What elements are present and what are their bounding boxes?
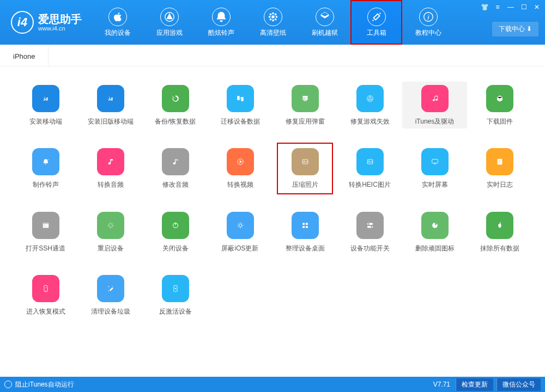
svg-point-2 <box>272 12 274 14</box>
tool-15[interactable]: 实时日志 <box>467 145 532 192</box>
svg-point-6 <box>269 13 271 15</box>
tool-19[interactable]: 屏蔽iOS更新 <box>208 209 272 255</box>
tool-17[interactable]: 重启设备 <box>78 209 143 255</box>
tool-10[interactable]: 修改音频 <box>143 145 208 192</box>
tool-label: 屏蔽iOS更新 <box>221 244 258 252</box>
nav-label: 教程中心 <box>415 28 441 38</box>
svg-point-9 <box>274 18 276 20</box>
tool-26[interactable]: 反激活设备 <box>143 272 208 318</box>
nav-label: 工具箱 <box>367 28 386 38</box>
nav-apps[interactable]: 应用游戏 <box>143 0 195 45</box>
tool-23[interactable]: 抹除所有数据 <box>467 209 532 255</box>
screen-icon <box>421 148 449 175</box>
tool-18[interactable]: 关闭设备 <box>143 209 208 255</box>
tool-label: 设备功能开关 <box>350 244 390 252</box>
tool-11[interactable]: 转换视频 <box>208 145 272 192</box>
tool-16[interactable]: >_打开SSH通道 <box>13 209 78 255</box>
status-text: 阻止iTunes自动运行 <box>15 380 74 389</box>
svg-line-46 <box>108 223 110 224</box>
svg-text:i4: i4 <box>43 96 48 102</box>
svg-rect-33 <box>432 160 438 163</box>
tool-4[interactable]: Apple ID修复应用弹窗 <box>272 82 337 128</box>
nav-flash[interactable]: 刷机越狱 <box>299 0 350 45</box>
tool-3[interactable]: 迁移设备数据 <box>208 82 272 128</box>
tool-20[interactable]: 整理设备桌面 <box>272 209 337 255</box>
tool-14[interactable]: 实时屏幕 <box>402 145 467 192</box>
svg-point-30 <box>304 161 305 162</box>
svg-text:Apple ID: Apple ID <box>302 97 309 99</box>
cube-icon <box>486 85 513 112</box>
svg-rect-35 <box>497 159 502 165</box>
svg-line-47 <box>111 226 112 228</box>
tool-label: 抹除所有数据 <box>480 244 519 252</box>
note-edit-icon <box>162 148 189 175</box>
nav-label: 我的设备 <box>105 28 131 38</box>
app-url: www.i4.cn <box>38 25 82 32</box>
download-center-button[interactable]: 下载中心 ⬇ <box>492 22 538 36</box>
nav-ringtones[interactable]: 酷炫铃声 <box>195 0 247 45</box>
nav-device[interactable]: 我的设备 <box>92 0 143 45</box>
tool-label: 反激活设备 <box>159 308 192 315</box>
tool-5[interactable]: 修复游戏失效 <box>337 82 402 128</box>
minimize-button[interactable]: — <box>507 3 514 11</box>
toggle-icon <box>356 212 384 239</box>
tool-22[interactable]: 删除顽固图标 <box>402 209 467 255</box>
transfer-icon <box>227 85 254 112</box>
tab-iphone[interactable]: iPhone <box>0 46 49 66</box>
window-controls: 👕 ≡ — ☐ ✕ <box>481 3 541 11</box>
tool-24[interactable]: 进入恢复模式 <box>13 272 78 318</box>
nav-label: 高清壁纸 <box>260 28 286 38</box>
tool-21[interactable]: 设备功能开关 <box>337 209 402 255</box>
svg-rect-63 <box>302 226 305 228</box>
toolbox-icon <box>367 8 386 26</box>
tool-0[interactable]: i4安装移动端 <box>13 82 78 128</box>
tool-8[interactable]: +制作铃声 <box>13 145 78 192</box>
tool-1[interactable]: i4安装旧版移动端 <box>78 82 143 128</box>
svg-rect-61 <box>302 223 305 225</box>
menu-icon[interactable]: ≡ <box>494 3 501 11</box>
tool-13[interactable]: 转换HEIC图片 <box>337 145 402 192</box>
restore-icon <box>162 85 189 112</box>
tool-12[interactable]: 压缩照片 <box>272 145 337 192</box>
tool-9[interactable]: 转换音频 <box>78 145 143 192</box>
svg-rect-25 <box>110 160 111 164</box>
svg-point-22 <box>45 164 46 165</box>
svg-point-68 <box>371 226 372 228</box>
header: i4 爱思助手 www.i4.cn 我的设备应用游戏酷炫铃声高清壁纸刷机越狱工具… <box>0 0 545 45</box>
image-icon <box>356 148 384 175</box>
download-icon: ⬇ <box>526 25 532 33</box>
main-nav: 我的设备应用游戏酷炫铃声高清壁纸刷机越狱工具箱i教程中心 <box>92 0 454 45</box>
tool-6[interactable]: iTunes及驱动 <box>402 82 467 128</box>
tool-25[interactable]: 清理设备垃圾 <box>78 272 143 318</box>
nav-toolbox[interactable]: 工具箱 <box>350 0 402 45</box>
tool-label: 修改音频 <box>162 181 189 188</box>
bell-icon: + <box>32 148 59 175</box>
check-update-button[interactable]: 检查更新 <box>456 378 493 391</box>
tool-label: 下载固件 <box>487 118 513 125</box>
shirt-icon[interactable]: 👕 <box>481 3 488 11</box>
nav-tutorials[interactable]: i教程中心 <box>402 0 454 45</box>
wallpapers-icon <box>264 8 282 26</box>
svg-point-3 <box>272 19 274 21</box>
close-button[interactable]: ✕ <box>533 3 541 11</box>
svg-rect-64 <box>305 226 307 228</box>
svg-line-48 <box>111 223 112 224</box>
svg-text:+: + <box>47 158 49 161</box>
maximize-button[interactable]: ☐ <box>520 3 528 11</box>
nav-wallpapers[interactable]: 高清壁纸 <box>247 0 299 45</box>
tool-7[interactable]: 下载固件 <box>467 82 532 128</box>
tool-label: 关闭设备 <box>162 244 189 252</box>
gear-icon <box>227 212 254 239</box>
play-icon <box>227 148 254 175</box>
svg-rect-18 <box>303 100 306 101</box>
deactivate-icon <box>162 275 189 302</box>
svg-point-1 <box>271 15 275 19</box>
logo[interactable]: i4 爱思助手 www.i4.cn <box>11 11 82 34</box>
terminal-icon: >_ <box>32 212 59 239</box>
wechat-button[interactable]: 微信公众号 <box>496 378 541 391</box>
svg-point-72 <box>45 290 46 291</box>
tool-2[interactable]: 备份/恢复数据 <box>143 82 208 128</box>
tool-label: 安装旧版移动端 <box>88 118 134 125</box>
svg-line-58 <box>241 226 242 227</box>
image-icon <box>292 148 319 175</box>
